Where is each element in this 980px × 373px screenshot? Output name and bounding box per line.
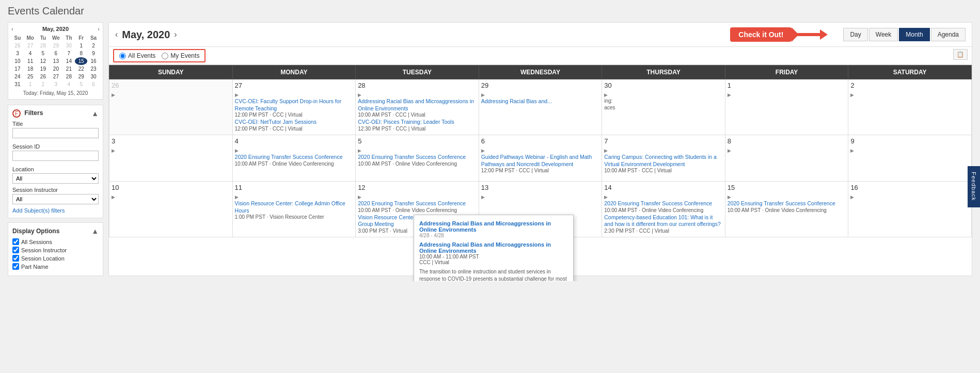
- view-week-btn[interactable]: Week: [869, 28, 898, 41]
- mini-cal-day[interactable]: 18: [24, 65, 37, 73]
- day-number[interactable]: 27: [235, 82, 354, 89]
- display-option-checkbox[interactable]: [12, 263, 19, 270]
- day-number[interactable]: 11: [235, 184, 354, 191]
- session-id-input[interactable]: [12, 151, 99, 161]
- day-number[interactable]: 13: [481, 184, 600, 191]
- day-number[interactable]: 15: [728, 184, 846, 191]
- day-number[interactable]: 30: [604, 82, 723, 89]
- day-expand-btn[interactable]: ▶: [481, 194, 485, 200]
- day-number[interactable]: 1: [728, 82, 846, 89]
- day-expand-btn[interactable]: ▶: [850, 148, 854, 153]
- day-expand-btn[interactable]: ▶: [112, 148, 115, 153]
- event-link[interactable]: Addressing Racial Bias and Microaggressi…: [358, 98, 477, 112]
- day-expand-btn[interactable]: ▶: [358, 194, 361, 200]
- mini-cal-day[interactable]: 28: [37, 42, 49, 50]
- mini-cal-day[interactable]: 2: [37, 80, 49, 88]
- mini-cal-day[interactable]: 2: [87, 42, 100, 50]
- mini-cal-day[interactable]: 25: [24, 73, 37, 80]
- export-btn[interactable]: 📋: [953, 49, 968, 60]
- mini-cal-day[interactable]: 5: [75, 80, 87, 88]
- mini-cal-day[interactable]: 1: [75, 42, 87, 50]
- mini-cal-day[interactable]: 8: [75, 50, 87, 57]
- day-number[interactable]: 28: [358, 82, 477, 89]
- mini-cal-day[interactable]: 19: [37, 65, 49, 73]
- event-link[interactable]: 2020 Ensuring Transfer Success Conferenc…: [235, 154, 354, 161]
- mini-cal-day[interactable]: 20: [49, 65, 62, 73]
- mini-cal-day[interactable]: 30: [62, 42, 75, 50]
- day-expand-btn[interactable]: ▶: [481, 148, 485, 153]
- day-number[interactable]: 16: [850, 184, 969, 191]
- mini-cal-day[interactable]: 27: [49, 73, 62, 80]
- title-filter-input[interactable]: [12, 128, 99, 138]
- display-option-checkbox[interactable]: [12, 255, 19, 262]
- day-number[interactable]: 14: [604, 184, 723, 191]
- mini-cal-day[interactable]: 12: [37, 57, 49, 65]
- mini-cal-day[interactable]: 9: [87, 50, 100, 57]
- day-number[interactable]: 5: [358, 137, 477, 145]
- mini-cal-day[interactable]: 17: [11, 65, 24, 73]
- day-expand-btn[interactable]: ▶: [850, 194, 854, 200]
- event-link[interactable]: Caring Campus: Connecting with Students …: [604, 154, 723, 168]
- all-events-label[interactable]: All Events: [119, 52, 155, 59]
- day-expand-btn[interactable]: ▶: [604, 194, 608, 200]
- day-number[interactable]: 8: [728, 137, 846, 145]
- day-number[interactable]: 3: [112, 137, 230, 145]
- day-expand-btn[interactable]: ▶: [728, 148, 731, 153]
- event-link[interactable]: 2020 Ensuring Transfer Success Conferenc…: [604, 200, 723, 207]
- day-number[interactable]: 7: [604, 137, 723, 145]
- day-expand-btn[interactable]: ▶: [850, 92, 854, 98]
- event-link-29[interactable]: Addressing Racial Bias and...: [481, 98, 600, 105]
- day-expand-btn[interactable]: ▶: [235, 194, 239, 200]
- display-option-checkbox[interactable]: [12, 247, 19, 253]
- day-expand-btn[interactable]: ▶: [235, 92, 239, 98]
- event-link[interactable]: 2020 Ensuring Transfer Success Conferenc…: [358, 154, 477, 161]
- mini-cal-day[interactable]: 5: [37, 50, 49, 57]
- mini-cal-day[interactable]: 22: [75, 65, 87, 73]
- day-expand-btn[interactable]: ▶: [358, 148, 361, 153]
- mini-cal-day[interactable]: 6: [87, 80, 100, 88]
- mini-cal-day[interactable]: 4: [24, 50, 37, 57]
- event-link[interactable]: CVC-OEI: Faculty Support Drop-in Hours f…: [235, 98, 354, 112]
- mini-cal-day[interactable]: 14: [62, 57, 75, 65]
- location-select[interactable]: All: [12, 173, 99, 184]
- day-number[interactable]: 26: [112, 82, 230, 89]
- mini-cal-day[interactable]: 3: [11, 50, 24, 57]
- day-number[interactable]: 2: [850, 82, 969, 89]
- add-subject-link[interactable]: Add Subject(s) filters: [12, 207, 99, 214]
- event-link[interactable]: Vision Resource Center: College Admin Of…: [235, 200, 354, 214]
- mini-cal-day[interactable]: 7: [62, 50, 75, 57]
- mini-cal-day[interactable]: 29: [49, 42, 62, 50]
- mini-cal-day[interactable]: 27: [24, 42, 37, 50]
- day-expand-btn[interactable]: ▶: [604, 92, 608, 98]
- day-number[interactable]: 6: [481, 137, 600, 145]
- display-options-collapse-btn[interactable]: ▲: [91, 227, 99, 235]
- mini-cal-day[interactable]: 24: [11, 73, 24, 80]
- view-agenda-btn[interactable]: Agenda: [931, 28, 966, 41]
- event-link[interactable]: 2020 Ensuring Transfer Success Conferenc…: [728, 200, 846, 207]
- mini-cal-day[interactable]: 10: [11, 57, 24, 65]
- day-expand-btn[interactable]: ▶: [481, 92, 485, 98]
- view-month-btn[interactable]: Month: [899, 28, 929, 41]
- day-expand-btn[interactable]: ▶: [112, 194, 115, 200]
- day-number[interactable]: 12: [358, 184, 477, 191]
- day-expand-btn[interactable]: ▶: [728, 194, 731, 200]
- event-link[interactable]: 2020 Ensuring Transfer Success Conferenc…: [358, 200, 477, 207]
- feedback-tab[interactable]: Feedback: [968, 166, 980, 207]
- event-link[interactable]: Competency-based Education 101: What is …: [604, 214, 723, 228]
- day-expand-btn[interactable]: ▶: [604, 148, 608, 153]
- mini-cal-day[interactable]: 15: [75, 57, 87, 65]
- session-instructor-select[interactable]: All: [12, 194, 99, 204]
- all-events-radio[interactable]: [119, 53, 126, 59]
- cal-prev-btn[interactable]: ‹: [115, 30, 118, 39]
- mini-cal-day[interactable]: 31: [11, 80, 24, 88]
- cal-next-btn[interactable]: ›: [174, 30, 177, 39]
- day-expand-btn[interactable]: ▶: [358, 92, 361, 98]
- day-number[interactable]: 4: [235, 137, 354, 145]
- mini-cal-day[interactable]: 3: [49, 80, 62, 88]
- day-expand-btn[interactable]: ▶: [235, 148, 239, 153]
- day-expand-btn[interactable]: ▶: [112, 92, 115, 98]
- my-events-radio[interactable]: [162, 53, 168, 59]
- day-number[interactable]: 9: [850, 137, 969, 145]
- event-link[interactable]: CVC-OEI: Pisces Training: Leader Tools: [358, 119, 477, 126]
- mini-cal-day[interactable]: 16: [87, 57, 100, 65]
